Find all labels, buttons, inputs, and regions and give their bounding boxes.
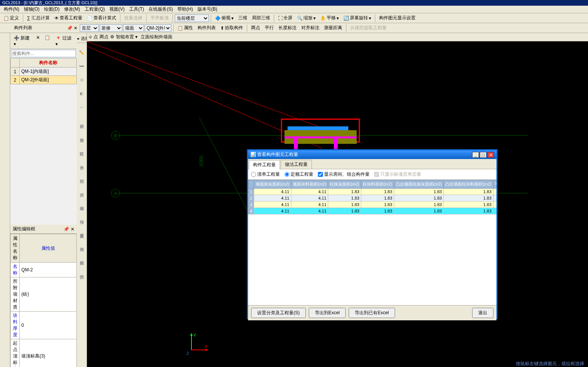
extend-tool[interactable]: 延伸 xyxy=(77,117,86,125)
stretch-tool[interactable]: 拉伸 xyxy=(77,212,86,221)
svg-line-4 xyxy=(199,117,254,224)
point-button[interactable]: ⊙ 点 xyxy=(89,34,98,40)
two-pt-button[interactable]: 两点 xyxy=(100,34,109,40)
vertical-toolbar: ▸ 选择 ▾ ✏️ 〰️ ⊙ ◐ ↔ 延伸 修剪 打断 合并 分割 对齐 偏移 … xyxy=(77,33,87,367)
menu-item[interactable]: 绘图(D) xyxy=(42,5,62,13)
menu-item[interactable]: 版本号(B) xyxy=(195,5,220,13)
facade-button[interactable]: 立面绘制外墙面 xyxy=(141,34,172,40)
parallel-button[interactable]: 平行 xyxy=(263,24,276,32)
dialog-title[interactable]: 📊 查看构件图元工程量 _ □ ✕ xyxy=(248,150,496,159)
table-row[interactable]: 1QM-1[内墙面] xyxy=(11,68,77,76)
tool-icon[interactable]: ↔ xyxy=(77,103,86,111)
quantity-table[interactable]: 墙面抹灰面积(m2) 墙面块料面积(m2) 柱抹灰面积(m2) 柱块料面积(m2… xyxy=(248,180,496,214)
chk-room[interactable]: 显示房间、组合构件量 xyxy=(318,171,370,178)
svg-text:Z: Z xyxy=(187,351,189,356)
pin-icon[interactable]: 📌 xyxy=(63,227,69,232)
type-sel[interactable]: 墙面 xyxy=(123,24,144,32)
toolbar-main: 📋 定义 ∑ 汇总计算 👁 查看工程量 📄 查看计算式 批量选择 平齐板顶 当前… xyxy=(0,13,588,23)
define-button[interactable]: 📋 定义 xyxy=(2,14,21,22)
local3d-button[interactable]: 局部三维 xyxy=(250,14,272,22)
table-row[interactable]: 34.114.111.831.831.831.83 xyxy=(248,202,497,208)
close-icon[interactable]: ✕ xyxy=(71,227,74,232)
trim-tool[interactable]: 修剪 xyxy=(77,130,86,139)
twopt-button[interactable]: 两点 xyxy=(249,24,262,32)
menu-item[interactable]: 视图(V) xyxy=(107,5,127,13)
floor-sel[interactable]: 首层 xyxy=(80,24,99,32)
extract-button[interactable]: 从模型提取工程量 xyxy=(348,24,389,32)
status-bar: 按鼠标左键选择图元，或拉框选择 xyxy=(516,361,584,367)
config-button[interactable]: 设置分类及工程量(S) xyxy=(251,308,306,318)
menu-item[interactable]: 辅轴(O) xyxy=(22,5,42,13)
comp-panel-header: 构件列表 📌 ✕ xyxy=(13,25,79,31)
floor-select[interactable]: 当前楼层 xyxy=(175,14,209,22)
menu-bar: 构件(N) 辅轴(O) 绘图(D) 修改(M) 工程量(Q) 视图(V) 工具(… xyxy=(0,6,588,13)
aligndim-button[interactable]: 对齐标注 xyxy=(299,24,321,32)
pick-button[interactable]: ⬆ 拾取构件 xyxy=(218,24,245,32)
toolbar-sub: 构件列表 📌 ✕ 首层 装修 墙面 QM-2[外墙 📋 属性 构件列表 ⬆ 拾取… xyxy=(0,23,588,33)
zoom-button[interactable]: 🔍 缩放 ▾ xyxy=(295,14,318,22)
rotate-button[interactable]: 🔄 屏幕旋转 ▾ xyxy=(341,14,373,22)
delete-icon[interactable]: ✕ xyxy=(34,34,42,47)
filter-button[interactable]: 🔻 过滤 ▾ xyxy=(54,34,75,47)
menu-item[interactable]: 帮助(H) xyxy=(175,5,195,13)
search-input[interactable] xyxy=(11,50,76,57)
comp-sel[interactable]: QM-2[外墙 xyxy=(145,24,171,32)
table-row[interactable]: 44.114.111.831.831.831.83 xyxy=(248,208,497,214)
tab-method[interactable]: 做法工程量 xyxy=(281,160,312,169)
menu-item[interactable]: 在线服务(S) xyxy=(146,5,175,13)
view-formula-button[interactable]: 📄 查看计算式 xyxy=(85,14,118,22)
cat-sel[interactable]: 装修 xyxy=(100,24,122,32)
tool-icon[interactable]: ✏️ xyxy=(77,48,86,57)
menu-item[interactable]: 修改(M) xyxy=(62,5,82,13)
new-button[interactable]: ➕ 新建 ▾ xyxy=(12,34,33,47)
comp-header: 构件名称 xyxy=(20,58,77,68)
minimize-icon[interactable]: _ xyxy=(472,152,479,158)
prop-button[interactable]: 📋 属性 xyxy=(175,24,195,32)
close-icon[interactable]: ✕ xyxy=(74,25,77,31)
display-button[interactable]: 构件图元显示设置 xyxy=(377,14,417,22)
split-tool[interactable]: 分割 xyxy=(77,171,86,180)
chamfer-tool[interactable]: 倒角 xyxy=(77,239,86,248)
pin-icon[interactable]: 📌 xyxy=(67,25,73,31)
export-excel-button[interactable]: 导出到Excel xyxy=(309,308,346,318)
table-row[interactable]: 14.114.111.831.831.831.83 xyxy=(248,189,497,195)
copy-icon[interactable]: 📋 xyxy=(43,34,52,47)
measure-button[interactable]: 测量距离 xyxy=(322,24,344,32)
fullscreen-button[interactable]: ⛶ 全屏 xyxy=(276,14,294,22)
offset-tool[interactable]: 偏移 xyxy=(77,198,86,207)
svg-marker-19 xyxy=(190,333,193,336)
radio-quota[interactable]: 定额工程量 xyxy=(285,171,313,178)
export-existing-button[interactable]: 导出到已有Excel xyxy=(349,308,395,318)
tool-icon[interactable]: ◐ xyxy=(77,89,86,98)
break-tool[interactable]: 打断 xyxy=(77,144,86,152)
radio-list[interactable]: 清单工程量 xyxy=(251,171,280,178)
svg-marker-22 xyxy=(205,349,209,351)
complist-button[interactable]: 构件列表 xyxy=(196,24,218,32)
menu-item[interactable]: 工具(T) xyxy=(127,5,146,13)
fillet-tool[interactable]: 圆角 xyxy=(77,253,86,261)
table-row[interactable]: 24.114.111.831.831.831.83 xyxy=(248,195,497,202)
close-tool[interactable]: 闭合 xyxy=(77,267,86,275)
lendim-button[interactable]: 长度标注 xyxy=(277,24,299,32)
menu-item[interactable]: 构件(N) xyxy=(2,5,22,13)
tab-component[interactable]: 构件工程量 xyxy=(249,160,280,169)
tool-icon[interactable]: 〰️ xyxy=(77,62,86,70)
exit-button[interactable]: 退出 xyxy=(472,308,493,318)
pan-button[interactable]: ✋ 平移 ▾ xyxy=(318,14,341,22)
3d-button[interactable]: 三维 xyxy=(236,14,249,22)
batch-select-button[interactable]: 批量选择 xyxy=(122,14,144,22)
tool-icon[interactable]: ⊙ xyxy=(77,76,86,84)
view-qty-button[interactable]: 👁 查看工程量 xyxy=(52,14,84,22)
flat-top-button[interactable]: 平齐板顶 xyxy=(149,14,171,22)
table-row[interactable]: 2QM-2[外墙面] xyxy=(11,76,77,84)
menu-item[interactable]: 工程量(Q) xyxy=(82,5,107,13)
merge-tool[interactable]: 合并 xyxy=(77,158,86,166)
sum-button[interactable]: ∑ 汇总计算 xyxy=(25,14,52,22)
close-icon[interactable]: ✕ xyxy=(487,152,494,158)
left-rail xyxy=(0,33,10,367)
grip-tool[interactable]: 设置夹点 xyxy=(77,226,86,234)
align-tool[interactable]: 对齐 xyxy=(77,185,86,193)
maximize-icon[interactable]: □ xyxy=(480,152,487,158)
smart-button[interactable]: ⚙ 智能布置 ▾ xyxy=(110,34,138,40)
topview-button[interactable]: 🔷 俯视 ▾ xyxy=(213,14,236,22)
